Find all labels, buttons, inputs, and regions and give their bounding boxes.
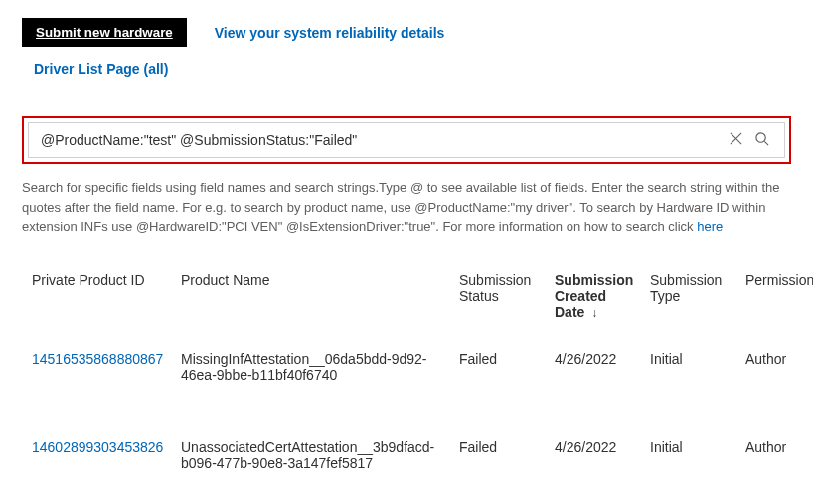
col-header-name[interactable]: Product Name [171,264,449,335]
sort-descending-icon: ↓ [591,306,597,320]
product-name-cell: MissingInfAttestation__06da5bdd-9d92-46e… [171,334,449,399]
help-body: Search for specific fields using field n… [22,180,780,234]
perm-cell: Author [735,334,813,399]
type-cell: Initial [640,334,735,399]
col-header-status[interactable]: Submission Status [449,264,545,335]
date-cell: 4/26/2022 [545,334,640,399]
col-header-perm[interactable]: Permission [735,264,813,335]
reliability-details-link[interactable]: View your system reliability details [215,25,445,41]
table-row: 14516535868880867 MissingInfAttestation_… [22,334,813,399]
close-icon [729,131,743,149]
driver-list-page-link[interactable]: Driver List Page (all) [34,61,168,77]
clear-search-button[interactable] [723,127,748,153]
help-here-link[interactable]: here [697,219,723,234]
table-header-row: Private Product ID Product Name Submissi… [22,264,813,335]
type-cell: Initial [640,399,735,487]
svg-point-2 [755,133,764,142]
table-row: 14602899303453826 UnassociatedCertAttest… [22,399,813,487]
product-id-link[interactable]: 14602899303453826 [32,439,163,455]
submit-new-hardware-button[interactable]: Submit new hardware [22,18,187,47]
search-button[interactable] [748,127,774,153]
perm-cell: Author [735,399,813,487]
date-cell: 4/26/2022 [545,399,640,487]
status-cell: Failed [449,399,545,487]
col-header-type[interactable]: Submission Type [640,264,735,335]
product-name-cell: UnassociatedCertAttestation__3b9dfacd-b0… [171,399,449,487]
search-box [28,122,785,158]
search-help-text: Search for specific fields using field n… [22,178,791,237]
product-id-link[interactable]: 14516535868880867 [32,351,163,367]
search-input[interactable] [39,131,723,149]
status-cell: Failed [449,334,545,399]
col-header-date[interactable]: Submission Created Date ↓ [545,264,640,335]
search-icon [754,131,769,149]
col-header-id[interactable]: Private Product ID [22,264,171,335]
results-table: Private Product ID Product Name Submissi… [22,264,813,487]
svg-line-3 [764,141,768,145]
top-action-row: Submit new hardware View your system rel… [22,18,791,47]
search-highlight-frame [22,116,791,164]
